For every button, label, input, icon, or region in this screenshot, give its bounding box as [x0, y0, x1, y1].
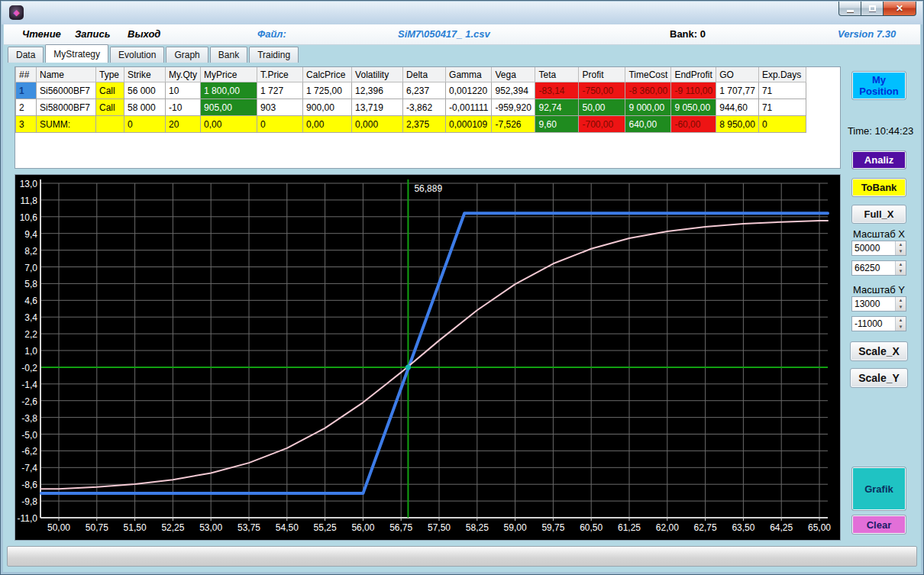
table-cell[interactable]: -83,14 [535, 82, 579, 99]
table-cell[interactable]: 1 727 [257, 82, 303, 99]
table-cell[interactable]: -8 360,00 [625, 82, 671, 99]
table-cell[interactable]: 0,001220 [446, 82, 492, 99]
spin-down-icon[interactable]: ▼ [896, 324, 906, 331]
tobank-button[interactable]: ToBank [851, 178, 906, 197]
table-cell[interactable]: Si58000BF7 [37, 99, 96, 116]
spin-up-icon[interactable]: ▲ [896, 261, 906, 268]
scale-y-min-spinner[interactable]: ▲▼ [851, 316, 906, 331]
menu-item-read[interactable]: Чтение [22, 28, 61, 40]
table-cell[interactable]: 0 [758, 116, 806, 133]
table-cell[interactable]: -60,00 [671, 116, 716, 133]
table-cell[interactable]: 56 000 [124, 82, 166, 99]
analiz-button[interactable]: Analiz [851, 150, 906, 170]
table-cell[interactable]: 0,00 [303, 116, 352, 133]
table-cell[interactable]: 58 000 [124, 99, 166, 116]
scale-x-button[interactable]: Scale_X [850, 341, 908, 361]
table-cell[interactable]: 640,00 [625, 116, 671, 133]
table-cell[interactable]: 952,394 [492, 82, 535, 99]
column-header[interactable]: Name [37, 67, 96, 82]
maximize-button[interactable] [861, 2, 883, 16]
table-cell[interactable]: -10 [166, 99, 201, 116]
column-header[interactable]: Strike [124, 67, 166, 82]
menu-item-exit[interactable]: Выход [128, 28, 160, 40]
scale-y-max-spinner[interactable]: ▲▼ [851, 296, 906, 312]
tab-evolution[interactable]: Evolution [110, 47, 164, 63]
column-header[interactable]: EndProfit [671, 67, 716, 82]
scale-x-max-spinner[interactable]: ▲▼ [851, 260, 906, 276]
table-cell[interactable]: 10 [166, 82, 201, 99]
table-cell[interactable]: Si56000BF7 [37, 82, 96, 99]
column-header[interactable]: GO [716, 67, 759, 82]
spin-up-icon[interactable]: ▲ [896, 297, 906, 304]
clear-button[interactable]: Clear [851, 515, 906, 535]
spin-down-icon[interactable]: ▼ [896, 268, 906, 275]
column-header[interactable]: T.Price [257, 67, 303, 82]
table-cell[interactable]: 900,00 [303, 99, 352, 116]
scale-y-button[interactable]: Scale_Y [850, 368, 908, 388]
column-header[interactable]: TimeCost [625, 67, 671, 82]
table-cell[interactable]: 0,000109 [446, 116, 492, 133]
tab-graph[interactable]: Graph [166, 47, 208, 63]
column-header[interactable]: Delta [403, 67, 446, 82]
table-cell[interactable]: 1 [16, 82, 37, 99]
table-cell[interactable]: 905,00 [201, 99, 257, 116]
column-header[interactable]: CalcPrice [303, 67, 352, 82]
title-bar[interactable]: ◆ ✕ [2, 2, 922, 24]
table-cell[interactable]: -9 110,00 [671, 82, 716, 99]
table-cell[interactable]: 0,00 [201, 116, 257, 133]
column-header[interactable]: Exp.Days [758, 67, 806, 82]
table-cell[interactable]: 8 950,00 [716, 116, 759, 133]
spin-down-icon[interactable]: ▼ [896, 304, 906, 311]
table-cell[interactable]: 1 707,77 [716, 82, 759, 99]
table-cell[interactable]: 20 [166, 116, 201, 133]
column-header[interactable]: Vega [492, 67, 535, 82]
full-x-button[interactable]: Full_X [851, 205, 906, 224]
scale-x-max-field[interactable] [852, 261, 895, 275]
menu-item-write[interactable]: Запись [75, 28, 110, 40]
table-cell[interactable]: -700,00 [579, 116, 625, 133]
minimize-button[interactable] [838, 2, 861, 16]
table-cell[interactable]: SUMM: [37, 116, 96, 133]
table-cell[interactable]: -750,00 [579, 82, 625, 99]
column-header[interactable]: Volatility [352, 67, 403, 82]
tab-mystrategy[interactable]: MyStrategy [45, 44, 108, 63]
payoff-chart[interactable]: 13,011,810,69,48,27,05,84,63,42,21,0-0,2… [15, 174, 841, 541]
table-cell[interactable]: 0 [124, 116, 166, 133]
scale-y-min-field[interactable] [852, 317, 895, 331]
close-button[interactable]: ✕ [883, 2, 916, 16]
column-header[interactable]: Teta [535, 67, 579, 82]
table-cell[interactable]: -0,001111 [446, 99, 492, 116]
table-cell[interactable]: 0 [257, 116, 303, 133]
table-cell[interactable] [96, 116, 124, 133]
table-cell[interactable]: -959,920 [492, 99, 535, 116]
column-header[interactable]: Gamma [446, 67, 492, 82]
table-cell[interactable]: 2 [16, 99, 37, 116]
column-header[interactable]: ## [16, 67, 37, 82]
tab-data[interactable]: Data [8, 47, 44, 63]
table-cell[interactable]: 903 [257, 99, 303, 116]
grafik-button[interactable]: Grafik [851, 467, 906, 511]
table-cell[interactable]: 1 800,00 [201, 82, 257, 99]
table-cell[interactable]: 9 050,00 [671, 99, 716, 116]
spin-up-icon[interactable]: ▲ [896, 317, 906, 324]
scale-x-min-spinner[interactable]: ▲▼ [851, 241, 906, 256]
tab-traiding[interactable]: Traiding [249, 47, 299, 63]
table-cell[interactable]: 9,60 [535, 116, 579, 133]
table-cell[interactable]: Call [96, 99, 124, 116]
column-header[interactable]: MyPrice [201, 67, 257, 82]
my-position-button[interactable]: My Position [851, 71, 906, 100]
table-cell[interactable]: 92,74 [535, 99, 579, 116]
scale-y-max-field[interactable] [852, 297, 895, 311]
table-cell[interactable]: 50,00 [579, 99, 625, 116]
scale-x-min-field[interactable] [852, 241, 895, 255]
spin-up-icon[interactable]: ▲ [896, 241, 906, 248]
table-cell[interactable]: 1 725,00 [303, 82, 352, 99]
table-cell[interactable]: 944,60 [716, 99, 759, 116]
table-cell[interactable]: 12,396 [352, 82, 403, 99]
column-header[interactable]: Type [96, 67, 124, 82]
table-cell[interactable]: 13,719 [352, 99, 403, 116]
table-cell[interactable]: 71 [758, 82, 806, 99]
tab-bank[interactable]: Bank [210, 47, 247, 63]
table-cell[interactable]: 6,237 [403, 82, 446, 99]
column-header[interactable]: Profit [579, 67, 625, 82]
